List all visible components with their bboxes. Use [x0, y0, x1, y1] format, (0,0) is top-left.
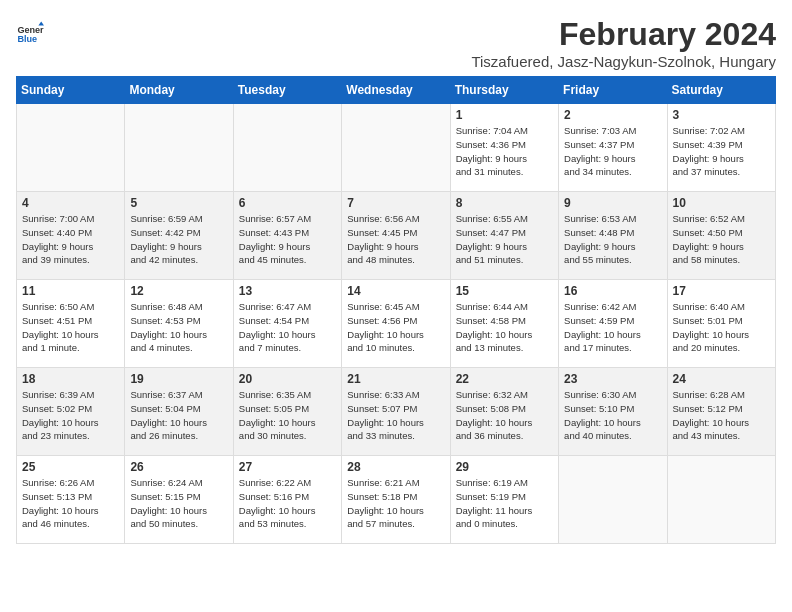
day-info: Sunrise: 6:33 AM Sunset: 5:07 PM Dayligh… [347, 388, 444, 443]
day-info: Sunrise: 7:00 AM Sunset: 4:40 PM Dayligh… [22, 212, 119, 267]
svg-text:General: General [17, 25, 44, 35]
calendar-week-row: 11Sunrise: 6:50 AM Sunset: 4:51 PM Dayli… [17, 280, 776, 368]
calendar-day-cell: 21Sunrise: 6:33 AM Sunset: 5:07 PM Dayli… [342, 368, 450, 456]
calendar-day-cell: 11Sunrise: 6:50 AM Sunset: 4:51 PM Dayli… [17, 280, 125, 368]
calendar-day-cell [667, 456, 775, 544]
day-number: 28 [347, 460, 444, 474]
day-info: Sunrise: 6:37 AM Sunset: 5:04 PM Dayligh… [130, 388, 227, 443]
day-info: Sunrise: 6:40 AM Sunset: 5:01 PM Dayligh… [673, 300, 770, 355]
day-info: Sunrise: 6:28 AM Sunset: 5:12 PM Dayligh… [673, 388, 770, 443]
day-info: Sunrise: 6:50 AM Sunset: 4:51 PM Dayligh… [22, 300, 119, 355]
day-info: Sunrise: 6:53 AM Sunset: 4:48 PM Dayligh… [564, 212, 661, 267]
calendar-day-cell: 2Sunrise: 7:03 AM Sunset: 4:37 PM Daylig… [559, 104, 667, 192]
day-number: 25 [22, 460, 119, 474]
day-number: 15 [456, 284, 553, 298]
day-info: Sunrise: 6:45 AM Sunset: 4:56 PM Dayligh… [347, 300, 444, 355]
day-info: Sunrise: 6:47 AM Sunset: 4:54 PM Dayligh… [239, 300, 336, 355]
weekday-header: Wednesday [342, 77, 450, 104]
calendar-day-cell: 26Sunrise: 6:24 AM Sunset: 5:15 PM Dayli… [125, 456, 233, 544]
day-number: 4 [22, 196, 119, 210]
day-info: Sunrise: 6:19 AM Sunset: 5:19 PM Dayligh… [456, 476, 553, 531]
calendar-day-cell [559, 456, 667, 544]
day-number: 16 [564, 284, 661, 298]
day-info: Sunrise: 6:56 AM Sunset: 4:45 PM Dayligh… [347, 212, 444, 267]
calendar-day-cell: 14Sunrise: 6:45 AM Sunset: 4:56 PM Dayli… [342, 280, 450, 368]
weekday-header: Friday [559, 77, 667, 104]
day-info: Sunrise: 6:57 AM Sunset: 4:43 PM Dayligh… [239, 212, 336, 267]
day-number: 22 [456, 372, 553, 386]
day-number: 2 [564, 108, 661, 122]
calendar-week-row: 25Sunrise: 6:26 AM Sunset: 5:13 PM Dayli… [17, 456, 776, 544]
day-info: Sunrise: 6:22 AM Sunset: 5:16 PM Dayligh… [239, 476, 336, 531]
day-number: 8 [456, 196, 553, 210]
day-number: 11 [22, 284, 119, 298]
calendar-day-cell: 17Sunrise: 6:40 AM Sunset: 5:01 PM Dayli… [667, 280, 775, 368]
calendar-day-cell: 13Sunrise: 6:47 AM Sunset: 4:54 PM Dayli… [233, 280, 341, 368]
calendar-week-row: 4Sunrise: 7:00 AM Sunset: 4:40 PM Daylig… [17, 192, 776, 280]
day-number: 3 [673, 108, 770, 122]
day-info: Sunrise: 6:21 AM Sunset: 5:18 PM Dayligh… [347, 476, 444, 531]
title-area: February 2024 Tiszafuered, Jasz-Nagykun-… [471, 16, 776, 70]
calendar-day-cell: 8Sunrise: 6:55 AM Sunset: 4:47 PM Daylig… [450, 192, 558, 280]
calendar-day-cell: 23Sunrise: 6:30 AM Sunset: 5:10 PM Dayli… [559, 368, 667, 456]
day-number: 17 [673, 284, 770, 298]
calendar-day-cell: 25Sunrise: 6:26 AM Sunset: 5:13 PM Dayli… [17, 456, 125, 544]
location-title: Tiszafuered, Jasz-Nagykun-Szolnok, Hunga… [471, 53, 776, 70]
calendar-week-row: 18Sunrise: 6:39 AM Sunset: 5:02 PM Dayli… [17, 368, 776, 456]
weekday-header: Monday [125, 77, 233, 104]
calendar-day-cell: 4Sunrise: 7:00 AM Sunset: 4:40 PM Daylig… [17, 192, 125, 280]
calendar-day-cell: 9Sunrise: 6:53 AM Sunset: 4:48 PM Daylig… [559, 192, 667, 280]
weekday-header: Saturday [667, 77, 775, 104]
calendar-table: SundayMondayTuesdayWednesdayThursdayFrid… [16, 76, 776, 544]
day-number: 23 [564, 372, 661, 386]
calendar-day-cell: 15Sunrise: 6:44 AM Sunset: 4:58 PM Dayli… [450, 280, 558, 368]
month-title: February 2024 [471, 16, 776, 53]
calendar-day-cell [125, 104, 233, 192]
weekday-header-row: SundayMondayTuesdayWednesdayThursdayFrid… [17, 77, 776, 104]
day-number: 20 [239, 372, 336, 386]
calendar-day-cell: 22Sunrise: 6:32 AM Sunset: 5:08 PM Dayli… [450, 368, 558, 456]
day-info: Sunrise: 6:55 AM Sunset: 4:47 PM Dayligh… [456, 212, 553, 267]
day-number: 9 [564, 196, 661, 210]
day-info: Sunrise: 6:52 AM Sunset: 4:50 PM Dayligh… [673, 212, 770, 267]
day-info: Sunrise: 7:02 AM Sunset: 4:39 PM Dayligh… [673, 124, 770, 179]
page-header: General Blue February 2024 Tiszafuered, … [16, 16, 776, 70]
day-number: 14 [347, 284, 444, 298]
logo-icon: General Blue [16, 20, 44, 48]
calendar-day-cell: 29Sunrise: 6:19 AM Sunset: 5:19 PM Dayli… [450, 456, 558, 544]
day-info: Sunrise: 6:44 AM Sunset: 4:58 PM Dayligh… [456, 300, 553, 355]
calendar-day-cell: 7Sunrise: 6:56 AM Sunset: 4:45 PM Daylig… [342, 192, 450, 280]
day-number: 27 [239, 460, 336, 474]
day-number: 5 [130, 196, 227, 210]
calendar-day-cell: 6Sunrise: 6:57 AM Sunset: 4:43 PM Daylig… [233, 192, 341, 280]
day-info: Sunrise: 6:39 AM Sunset: 5:02 PM Dayligh… [22, 388, 119, 443]
calendar-day-cell: 19Sunrise: 6:37 AM Sunset: 5:04 PM Dayli… [125, 368, 233, 456]
calendar-day-cell: 18Sunrise: 6:39 AM Sunset: 5:02 PM Dayli… [17, 368, 125, 456]
calendar-day-cell: 1Sunrise: 7:04 AM Sunset: 4:36 PM Daylig… [450, 104, 558, 192]
day-info: Sunrise: 6:35 AM Sunset: 5:05 PM Dayligh… [239, 388, 336, 443]
calendar-day-cell [342, 104, 450, 192]
day-number: 29 [456, 460, 553, 474]
weekday-header: Sunday [17, 77, 125, 104]
calendar-day-cell: 10Sunrise: 6:52 AM Sunset: 4:50 PM Dayli… [667, 192, 775, 280]
day-info: Sunrise: 6:32 AM Sunset: 5:08 PM Dayligh… [456, 388, 553, 443]
day-number: 13 [239, 284, 336, 298]
svg-text:Blue: Blue [17, 34, 37, 44]
day-number: 7 [347, 196, 444, 210]
calendar-day-cell: 16Sunrise: 6:42 AM Sunset: 4:59 PM Dayli… [559, 280, 667, 368]
calendar-day-cell [233, 104, 341, 192]
calendar-day-cell: 12Sunrise: 6:48 AM Sunset: 4:53 PM Dayli… [125, 280, 233, 368]
day-number: 26 [130, 460, 227, 474]
day-info: Sunrise: 7:03 AM Sunset: 4:37 PM Dayligh… [564, 124, 661, 179]
day-number: 21 [347, 372, 444, 386]
calendar-day-cell: 5Sunrise: 6:59 AM Sunset: 4:42 PM Daylig… [125, 192, 233, 280]
day-info: Sunrise: 6:24 AM Sunset: 5:15 PM Dayligh… [130, 476, 227, 531]
calendar-week-row: 1Sunrise: 7:04 AM Sunset: 4:36 PM Daylig… [17, 104, 776, 192]
day-info: Sunrise: 6:48 AM Sunset: 4:53 PM Dayligh… [130, 300, 227, 355]
day-info: Sunrise: 6:59 AM Sunset: 4:42 PM Dayligh… [130, 212, 227, 267]
day-number: 6 [239, 196, 336, 210]
day-number: 18 [22, 372, 119, 386]
calendar-day-cell: 24Sunrise: 6:28 AM Sunset: 5:12 PM Dayli… [667, 368, 775, 456]
calendar-day-cell: 20Sunrise: 6:35 AM Sunset: 5:05 PM Dayli… [233, 368, 341, 456]
day-number: 10 [673, 196, 770, 210]
